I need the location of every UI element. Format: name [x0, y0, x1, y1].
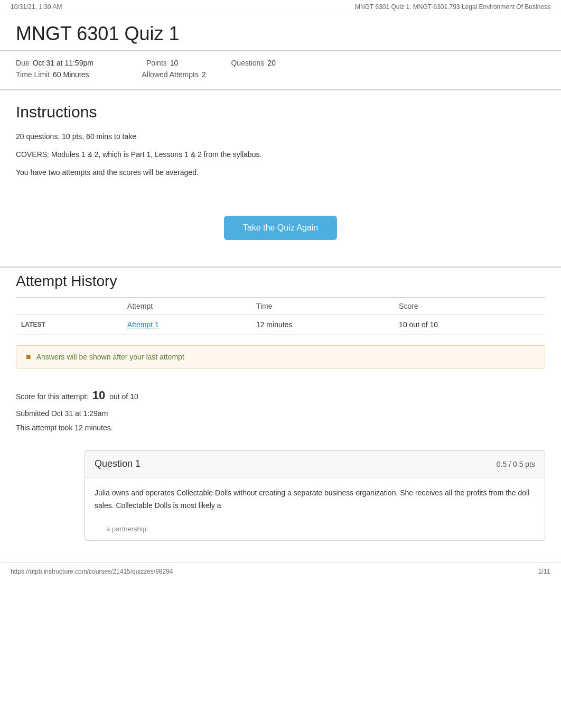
points-label: Points — [146, 59, 167, 67]
attempt-score-section: Score for this attempt: 10 out of 10 Sub… — [0, 379, 561, 440]
instructions-section: Instructions 20 questions, 10 pts, 60 mi… — [0, 90, 561, 189]
info-box: ■ Answers will be shown after your last … — [16, 345, 545, 368]
answer-option-1: a partnership. — [106, 525, 535, 533]
page-title: MNGT 6301 Quiz 1 — [16, 23, 545, 45]
score-label: Score for this attempt: — [16, 392, 88, 401]
due-value: Oct 31 at 11:59pm — [33, 59, 94, 67]
table-row: LATEST Attempt 1 12 minutes 10 out of 10 — [16, 315, 545, 335]
attempt-link[interactable]: Attempt 1 — [127, 320, 159, 329]
instructions-line1: 20 questions, 10 pts, 60 mins to take — [16, 131, 545, 143]
score-line: Score for this attempt: 10 out of 10 — [16, 384, 545, 407]
top-bar: 10/31/21, 1:30 AM MNGT 6301 Quiz 1: MNGT… — [0, 0, 561, 14]
footer-page: 1/11 — [538, 568, 550, 575]
allowed-attempts-label: Allowed Attempts — [142, 70, 199, 79]
col-time: Time — [251, 298, 394, 315]
col-label — [16, 298, 122, 315]
instructions-line2: COVERS: Modules 1 & 2, which is Part 1, … — [16, 149, 545, 161]
row-score: 10 out of 10 — [394, 315, 545, 335]
question-header-1: Question 1 0.5 / 0.5 pts — [85, 451, 545, 477]
footer-bar: https://utpb.instructure.com/courses/214… — [0, 562, 561, 580]
page-title-section: MNGT 6301 Quiz 1 — [0, 14, 561, 51]
time-limit-label: Time Limit — [16, 70, 50, 79]
row-time: 12 minutes — [251, 315, 394, 335]
questions-label: Questions — [231, 59, 264, 67]
footer-url: https://utpb.instructure.com/courses/214… — [11, 568, 173, 575]
attempt-history-title: Attempt History — [16, 273, 545, 290]
quiz-meta: Due Oct 31 at 11:59pm Points 10 Question… — [0, 51, 561, 90]
info-icon: ■ — [26, 352, 31, 362]
submitted-line: Submitted Oct 31 at 1:29am — [16, 407, 545, 421]
col-attempt: Attempt — [122, 298, 251, 315]
duration-line: This attempt took 12 minutes. — [16, 421, 545, 435]
score-out-of: out of 10 — [109, 392, 138, 401]
allowed-attempts-value: 2 — [202, 70, 206, 79]
questions-value: 20 — [267, 59, 276, 67]
info-message: Answers will be shown after your last at… — [36, 353, 184, 361]
top-bar-title: MNGT 6301 Quiz 1: MNGT-6301.793 Legal En… — [355, 3, 550, 11]
instructions-title: Instructions — [16, 103, 545, 121]
question-block-1: Question 1 0.5 / 0.5 pts Julia owns and … — [85, 450, 545, 541]
instructions-body: 20 questions, 10 pts, 60 mins to take CO… — [16, 131, 545, 179]
row-label: LATEST — [16, 315, 122, 335]
question-title-1: Question 1 — [95, 458, 141, 469]
col-score: Score — [394, 298, 545, 315]
take-quiz-button[interactable]: Take the Quiz Again — [224, 216, 337, 240]
attempt-history-table: Attempt Time Score LATEST Attempt 1 12 m… — [16, 297, 545, 335]
points-value: 10 — [170, 59, 179, 67]
attempt-history-section: Attempt History Attempt Time Score LATES… — [0, 266, 561, 335]
score-number: 10 — [92, 389, 105, 402]
top-bar-date: 10/31/21, 1:30 AM — [11, 3, 62, 11]
instructions-line3: You have two attempts and the scores wil… — [16, 167, 545, 179]
take-quiz-section: Take the Quiz Again — [0, 189, 561, 266]
question-pts-1: 0.5 / 0.5 pts — [497, 460, 535, 468]
due-label: Due — [16, 59, 30, 67]
row-attempt: Attempt 1 — [122, 315, 251, 335]
time-limit-value: 60 Minutes — [53, 70, 89, 79]
question-body-1: Julia owns and operates Collectable Doll… — [85, 477, 545, 517]
